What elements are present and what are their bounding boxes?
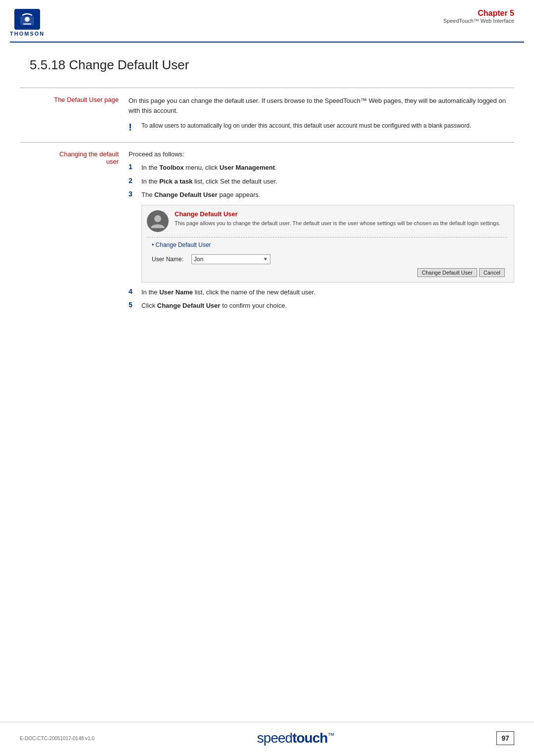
step-1-text: In the Toolbox menu, click User Manageme… xyxy=(141,163,277,173)
content-area: The Default User page On this page you c… xyxy=(20,88,514,315)
header-right: Chapter 5 SpeedTouch™ Web Interface xyxy=(444,9,515,24)
thomson-logo: THOMSON xyxy=(10,9,44,37)
svg-rect-2 xyxy=(23,23,31,25)
steps-intro: Proceed as follows: xyxy=(129,150,514,158)
info-text: To allow users to automatically log on u… xyxy=(141,121,471,130)
page-footer: E-DOC-CTC-20051017-0148 v1.0 speedtouch™… xyxy=(0,722,534,756)
section-changing-user: Changing the default user Proceed as fol… xyxy=(20,150,514,315)
step-3-num: 3 xyxy=(129,190,136,198)
screenshot-form-row: User Name: Jon ▼ xyxy=(147,254,507,264)
section-title-2b: user xyxy=(106,158,119,165)
screenshot-buttons: Change Default User Cancel xyxy=(147,268,507,277)
screenshot-inner: Change Default User This page allows you… xyxy=(142,205,514,282)
screenshot-page-title: Change Default User xyxy=(175,210,507,218)
main-title: 5.5.18 Change Default User xyxy=(30,57,504,73)
thomson-logo-icon xyxy=(14,9,40,30)
section-left-1: The Default User page xyxy=(20,96,129,132)
section-right-2: Proceed as follows: 1 In the Toolbox men… xyxy=(129,150,514,315)
screenshot-title-area: Change Default User This page allows you… xyxy=(175,210,507,227)
step-list: 1 In the Toolbox menu, click User Manage… xyxy=(129,163,514,200)
top-rule xyxy=(10,42,524,43)
screenshot-link[interactable]: Change Default User xyxy=(147,241,507,248)
footer-brand: speedtouch™ xyxy=(257,730,334,746)
step-2: 2 In the Pick a task list, click Set the… xyxy=(129,177,514,187)
default-user-body: On this page you can change the default … xyxy=(129,96,514,115)
step-2-text: In the Pick a task list, click Set the d… xyxy=(141,177,277,187)
cancel-button[interactable]: Cancel xyxy=(479,268,505,277)
select-arrow-icon: ▼ xyxy=(263,256,268,262)
user-avatar-icon xyxy=(147,210,169,232)
section-left-2: Changing the default user xyxy=(20,150,129,315)
page-header: THOMSON Chapter 5 SpeedTouch™ Web Interf… xyxy=(0,0,534,42)
user-name-select[interactable]: Jon ▼ xyxy=(191,254,270,264)
step-5-num: 5 xyxy=(129,301,136,309)
brand-normal: speed xyxy=(257,730,292,746)
step-3-text: The Change Default User page appears. xyxy=(141,190,261,200)
page-number: 97 xyxy=(496,731,514,745)
chapter-label: Chapter 5 xyxy=(444,9,515,18)
svg-point-3 xyxy=(154,215,161,222)
step-1-num: 1 xyxy=(129,163,136,171)
step-4-text: In the User Name list, click the name of… xyxy=(141,287,315,297)
section-divider-2 xyxy=(20,142,514,142)
section-divider-1 xyxy=(20,88,514,88)
step-5: 5 Click Change Default User to confirm y… xyxy=(129,301,514,311)
screenshot-header: Change Default User This page allows you… xyxy=(147,210,507,232)
step-2-num: 2 xyxy=(129,177,136,185)
step-1: 1 In the Toolbox menu, click User Manage… xyxy=(129,163,514,173)
section-title-2a: Changing the default xyxy=(59,150,119,158)
brand-bold: touch xyxy=(292,730,327,746)
chapter-sub: SpeedTouch™ Web Interface xyxy=(444,18,515,24)
section-title-1: The Default User page xyxy=(54,96,119,103)
screenshot-box: Change Default User This page allows you… xyxy=(141,205,514,283)
step-3: 3 The Change Default User page appears. xyxy=(129,190,514,200)
change-default-user-button[interactable]: Change Default User xyxy=(417,268,477,277)
info-bang-icon: ! xyxy=(129,122,135,132)
section-right-1: On this page you can change the default … xyxy=(129,96,514,132)
screenshot-divider xyxy=(147,237,507,237)
info-box: ! To allow users to automatically log on… xyxy=(129,121,514,132)
step-5-text: Click Change Default User to confirm you… xyxy=(141,301,287,311)
brand-tm: ™ xyxy=(327,731,334,739)
thomson-text: THOMSON xyxy=(10,31,44,37)
form-label: User Name: xyxy=(152,256,186,263)
svg-point-1 xyxy=(25,17,30,22)
section-default-user-page: The Default User page On this page you c… xyxy=(20,96,514,132)
footer-doc-id: E-DOC-CTC-20051017-0148 v1.0 xyxy=(20,736,94,741)
screenshot-desc: This page allows you to change the defau… xyxy=(175,220,507,227)
form-select-value: Jon xyxy=(194,256,203,263)
step-4-num: 4 xyxy=(129,287,136,295)
step-4: 4 In the User Name list, click the name … xyxy=(129,287,514,297)
